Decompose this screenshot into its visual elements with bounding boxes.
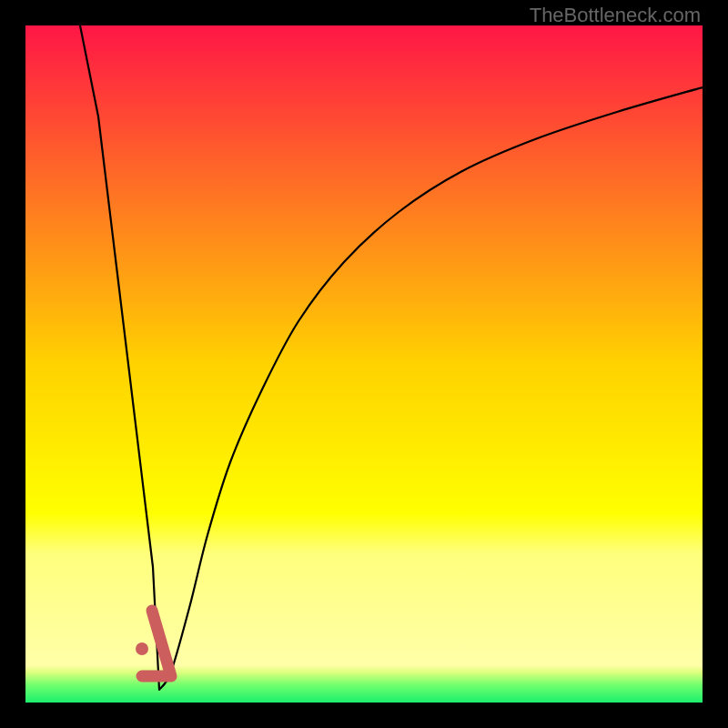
watermark-text: TheBottleneck.com bbox=[530, 4, 701, 27]
marker-dot bbox=[136, 642, 148, 655]
chart-svg bbox=[25, 25, 703, 703]
outer-black-frame: TheBottleneck.com bbox=[0, 0, 728, 728]
plot-area bbox=[25, 25, 703, 703]
gradient-background bbox=[25, 25, 703, 703]
